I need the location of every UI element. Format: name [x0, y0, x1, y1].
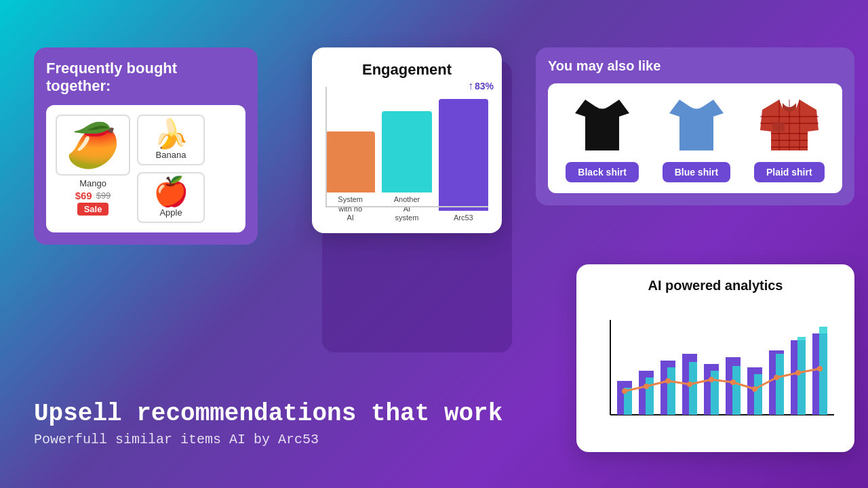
svg-rect-26 [732, 366, 741, 415]
shirt-item-plaid: Plaid shirt [754, 94, 825, 182]
svg-point-37 [752, 386, 757, 392]
black-shirt-svg [572, 96, 633, 154]
analytics-svg [590, 303, 841, 439]
analytics-chart [590, 303, 841, 439]
bar-purple [439, 99, 488, 211]
fbt-inner: 🥭 Mango $69 $99 Sale 🍌 Banana 🍎 Apple [46, 105, 245, 232]
bar-orange [326, 131, 375, 192]
chart-yaxis [326, 87, 327, 207]
svg-rect-22 [646, 378, 654, 415]
bar-label-2: AnotherAIsystem [394, 195, 420, 222]
svg-point-33 [665, 378, 671, 384]
svg-rect-23 [667, 367, 675, 415]
sale-badge: Sale [77, 203, 109, 216]
black-shirt-image [568, 94, 636, 155]
bar-group-1: Systemwith noAI [326, 131, 375, 222]
fbt-right: 🍌 Banana 🍎 Apple [137, 115, 205, 223]
svg-point-35 [709, 377, 714, 382]
up-arrow-icon: ↑ [468, 80, 473, 92]
analytics-card: AI powered analytics [576, 264, 854, 452]
ymao-inner: Black shirt Blue shirt [548, 83, 842, 193]
chart-area: Systemwith noAI AnotherAIsystem ↑ 83% Ar… [326, 87, 488, 222]
bottom-text: Upsell recommendations that work Powerfu… [34, 400, 502, 447]
fbt-card: Frequently bought together: 🥭 Mango $69 … [34, 47, 258, 245]
svg-point-40 [817, 366, 823, 371]
analytics-title: AI powered analytics [590, 278, 841, 293]
plaid-shirt-svg [759, 96, 820, 154]
bar-cyan [382, 111, 431, 192]
percent-label: ↑ 83% [468, 80, 494, 92]
price-new: $69 [75, 190, 92, 201]
plaid-shirt-button[interactable]: Plaid shirt [754, 162, 825, 182]
banana-item: 🍌 Banana [137, 115, 205, 165]
bar-label-1: Systemwith noAI [338, 195, 363, 222]
svg-rect-28 [776, 354, 784, 415]
chart-axis [326, 206, 488, 207]
svg-rect-27 [754, 374, 762, 415]
percent-value: 83% [475, 81, 494, 92]
bar-group-3: ↑ 83% Arc53 [439, 99, 488, 222]
svg-point-36 [730, 380, 736, 385]
svg-point-32 [644, 384, 649, 389]
blue-shirt-svg [666, 96, 727, 154]
banana-label: Banana [156, 150, 186, 160]
svg-rect-29 [797, 337, 806, 415]
fbt-left: 🥭 Mango $69 $99 Sale [56, 115, 130, 223]
banana-emoji: 🍌 [153, 120, 189, 148]
ymao-card: You may also like Black shirt Blue shirt [536, 47, 854, 205]
plaid-shirt-image [755, 94, 823, 155]
mango-image: 🥭 [56, 115, 130, 176]
apple-item: 🍎 Apple [137, 172, 205, 223]
engagement-card: Engagement Systemwith noAI AnotherAIsyst… [312, 47, 502, 233]
svg-point-34 [687, 382, 692, 387]
engagement-title: Engagement [326, 61, 488, 79]
mango-label: Mango [79, 178, 106, 188]
svg-point-39 [795, 370, 801, 375]
fbt-title: Frequently bought together: [46, 60, 245, 96]
apple-label: Apple [159, 207, 182, 218]
sub-tagline: Powerfull similar items AI by Arc53 [34, 432, 502, 447]
svg-point-31 [622, 388, 627, 394]
svg-rect-24 [689, 362, 697, 415]
svg-rect-8 [772, 122, 785, 131]
blue-shirt-image [663, 94, 730, 155]
price-old: $99 [96, 190, 111, 201]
main-tagline: Upsell recommendations that work [34, 400, 502, 428]
black-shirt-button[interactable]: Black shirt [566, 162, 639, 182]
mango-emoji: 🥭 [66, 123, 120, 167]
apple-emoji: 🍎 [153, 178, 189, 206]
shirt-item-blue: Blue shirt [663, 94, 731, 182]
ymao-title: You may also like [548, 58, 842, 74]
price-line: $69 $99 [75, 190, 111, 201]
shirt-item-black: Black shirt [566, 94, 639, 182]
bar-label-3: Arc53 [454, 214, 473, 222]
svg-point-38 [774, 375, 779, 380]
blue-shirt-button[interactable]: Blue shirt [663, 162, 731, 182]
